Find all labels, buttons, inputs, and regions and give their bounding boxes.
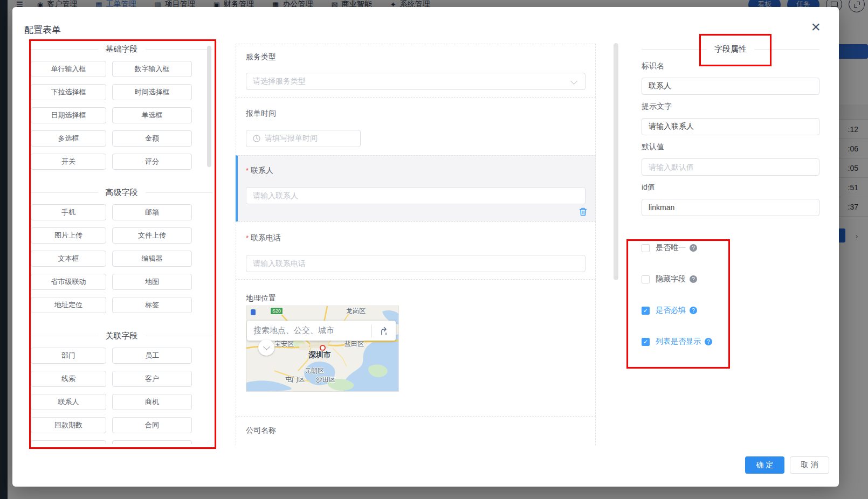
field-type-button[interactable]: 省市级联动 — [31, 274, 106, 290]
report-time-input[interactable]: 请填写报单时间 — [246, 130, 361, 147]
checkbox[interactable] — [642, 307, 650, 315]
help-icon[interactable] — [690, 244, 697, 252]
advanced-fields-grid: 手机邮箱图片上传文件上传文本框编辑器省市级联动地图地址定位标签 — [31, 204, 215, 313]
field-type-button[interactable]: 线索 — [31, 371, 106, 387]
confirm-button[interactable]: 确 定 — [745, 456, 784, 474]
city-label: 深圳市 — [308, 350, 331, 360]
delete-field-icon[interactable] — [578, 207, 588, 217]
field-type-button[interactable]: 地图 — [112, 274, 192, 290]
required-asterisk: * — [246, 234, 249, 242]
option-label: 是否必填 — [656, 306, 686, 315]
option-row[interactable]: 列表是否显示 — [642, 337, 819, 346]
contact-input[interactable] — [246, 187, 585, 204]
prop-default: 默认值 — [642, 142, 819, 176]
section-title: 基础字段 — [106, 44, 138, 54]
prop-label: id值 — [642, 183, 819, 192]
map-collapse-button[interactable] — [258, 339, 274, 356]
field-type-button[interactable]: 单选框 — [112, 107, 192, 123]
field-library-scrollbar[interactable] — [207, 46, 211, 167]
option-row[interactable]: 隐藏字段 — [642, 275, 819, 283]
help-icon[interactable] — [705, 338, 712, 345]
field-type-button[interactable]: 商机 — [112, 394, 192, 410]
field-type-button[interactable]: 回款期数 — [31, 417, 106, 433]
id-value-input[interactable] — [642, 199, 819, 216]
identifier-name-input[interactable] — [642, 78, 819, 95]
form-section-contact-selected[interactable]: * 联系人 — [236, 155, 596, 222]
help-icon[interactable] — [690, 275, 697, 283]
field-type-button[interactable]: 部门 — [31, 348, 106, 364]
district-label: 宝安区 — [274, 339, 294, 349]
form-section-location[interactable]: 地理位置 — [236, 279, 596, 417]
field-type-button[interactable]: 文本框 — [31, 251, 106, 267]
field-type-button[interactable]: 邮箱 — [112, 204, 192, 220]
prop-label: 提示文字 — [642, 102, 819, 112]
form-section-service-type[interactable]: 服务类型 请选择服务类型 — [236, 44, 596, 98]
section-title: 高级字段 — [106, 188, 138, 198]
district-label: 沙田区 — [316, 375, 335, 384]
section-head-related: 关联字段 — [31, 330, 212, 341]
checkbox[interactable] — [642, 275, 650, 283]
checkbox[interactable] — [642, 244, 650, 252]
chevron-down-icon — [263, 343, 270, 350]
field-type-button[interactable]: 时间选择框 — [112, 84, 192, 100]
option-row[interactable]: 是否唯一 — [642, 244, 819, 252]
modal-title: 配置表单 — [24, 24, 61, 36]
required-asterisk: * — [246, 167, 249, 175]
field-type-button[interactable]: 数字输入框 — [112, 61, 192, 77]
field-type-button[interactable]: 文件上传 — [112, 227, 192, 244]
form-section-report-time[interactable]: 报单时间 请填写报单时间 — [236, 97, 596, 156]
field-type-button[interactable]: 多选框 — [31, 130, 106, 147]
field-type-button[interactable]: 金额 — [112, 130, 192, 147]
field-type-button[interactable]: 手机 — [31, 204, 106, 220]
field-type-button[interactable]: 图片上传 — [31, 227, 106, 244]
clock-icon — [253, 135, 260, 142]
directions-icon[interactable] — [372, 326, 396, 336]
field-label: * 联系电话 — [246, 222, 585, 243]
field-type-button[interactable]: 员工 — [112, 348, 192, 364]
field-type-button[interactable]: 联系人 — [31, 394, 106, 410]
close-icon[interactable]: × — [811, 19, 821, 35]
field-type-button[interactable]: 合同 — [112, 417, 192, 433]
field-type-button[interactable]: 客户 — [112, 371, 192, 387]
prop-id: id值 — [642, 183, 819, 216]
option-row[interactable]: 是否必填 — [642, 306, 819, 315]
service-type-select[interactable]: 请选择服务类型 — [246, 73, 585, 90]
road-badge: S20 — [270, 307, 283, 315]
form-section-company-name[interactable]: 公司名称 — [236, 416, 596, 446]
option-label: 列表是否显示 — [656, 337, 701, 346]
field-type-button-partial[interactable] — [112, 440, 192, 444]
tip-text-input[interactable] — [642, 118, 819, 135]
cancel-button[interactable]: 取 消 — [790, 456, 829, 474]
map-search-box[interactable]: 搜索地点、公交、城市 — [247, 321, 396, 341]
field-type-button[interactable]: 下拉选择框 — [31, 84, 106, 100]
field-type-button[interactable]: 日期选择框 — [31, 107, 106, 123]
field-type-button[interactable]: 编辑器 — [112, 251, 192, 267]
field-label: 公司名称 — [246, 417, 585, 435]
form-section-contact-phone[interactable]: * 联系电话 — [236, 221, 596, 280]
field-options: 是否唯一 隐藏字段 是否必填 列表是否显示 — [642, 244, 819, 346]
option-label: 是否唯一 — [656, 243, 686, 253]
section-title: 字段属性 — [714, 44, 747, 54]
checkbox[interactable] — [642, 338, 650, 346]
field-label: 服务类型 — [246, 44, 585, 62]
map-search-placeholder: 搜索地点、公交、城市 — [247, 325, 371, 336]
district-label: 元朗区 — [305, 366, 324, 376]
field-type-button[interactable]: 开关 — [31, 154, 106, 170]
field-library-panel: 基础字段 单行输入框数字输入框下拉选择框时间选择框日期选择框单选框多选框金额开关… — [29, 38, 215, 444]
screen: ≡ ◉ 客户管理 ▤ 工单管理 ▥ 项目管理 ▣ 财务管理 ▦ 办公管理 ▧ 商… — [0, 0, 868, 499]
district-label: 龙岗区 — [346, 307, 366, 316]
modal-body-scrollbar[interactable] — [614, 43, 618, 280]
field-type-button[interactable]: 地址定位 — [31, 297, 106, 313]
field-type-button-partial[interactable] — [31, 440, 106, 444]
district-label: 盐田区 — [345, 339, 364, 349]
help-icon[interactable] — [690, 307, 697, 314]
contact-phone-input[interactable] — [246, 255, 585, 272]
field-type-button[interactable]: 单行输入框 — [31, 61, 106, 77]
select-placeholder: 请选择服务类型 — [253, 77, 306, 86]
field-type-button[interactable]: 标签 — [112, 297, 192, 313]
basic-fields-grid: 单行输入框数字输入框下拉选择框时间选择框日期选择框单选框多选框金额开关评分 — [31, 61, 215, 170]
chevron-down-icon — [570, 78, 577, 85]
default-value-input[interactable] — [642, 158, 819, 176]
field-type-button[interactable]: 评分 — [112, 154, 192, 170]
location-map[interactable]: 龙岗区宝安区盐田区元朗区屯门区沙田区 S20 350 深圳市 搜索地点、公交、城… — [246, 306, 399, 392]
